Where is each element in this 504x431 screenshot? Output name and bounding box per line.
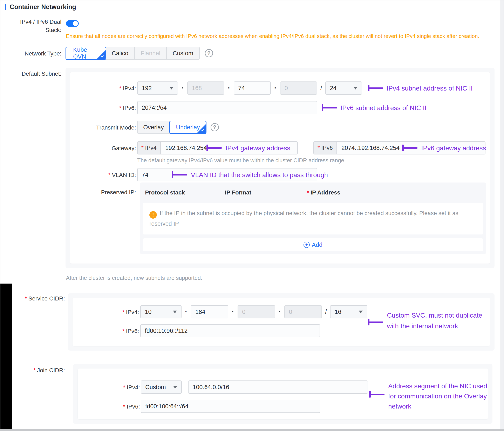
section-accent-bar [5, 4, 6, 10]
network-type-tabs: Kube-OVN Calico Flannel Custom [65, 47, 200, 60]
service-ipv6-row: fd00:10:96::/112 [140, 324, 320, 337]
tab-custom[interactable]: Custom [167, 47, 200, 60]
join-ipv6-value: fd00:100:64::/64 [145, 403, 189, 410]
tab-kube-ovn-label: Kube-OVN [73, 47, 99, 60]
tab-flannel: Flannel [135, 47, 167, 60]
vlan-annotation: VLAN ID that the switch allows to pass t… [191, 170, 328, 180]
service-cidr-annotation: Custom SVC, must not duplicate with the … [387, 310, 482, 331]
join-ipv4-row: Custom 100.64.0.0/16 [141, 381, 368, 394]
preserved-ip-table: Protocol stack IP Format IP Address If t… [140, 182, 486, 254]
col-ip-format: IP Format [225, 189, 307, 196]
annotation-marker [207, 145, 222, 151]
octet-dot [271, 84, 280, 92]
join-ipv4-mode-value: Custom [145, 384, 166, 391]
warning-icon [149, 211, 157, 219]
subnet-ipv4-octet3-input[interactable]: 74 [234, 82, 271, 95]
octet2-value: 168 [192, 85, 202, 92]
join-ipv6-row: fd00:100:64::/64 [141, 400, 320, 413]
preserved-ip-warning-text: If the IP in the subnet is occupied by t… [149, 210, 459, 227]
gateway-ipv6-input[interactable]: 2074::192.168.74.254 [337, 142, 404, 154]
vlan-label: VLAN ID: [70, 171, 136, 179]
annotation-marker [368, 319, 383, 325]
dual-stack-toggle[interactable] [66, 20, 79, 27]
join-ipv4-value: 100.64.0.0/16 [193, 384, 229, 391]
tab-overlay[interactable]: Overlay [137, 121, 170, 134]
default-subnet-footnote: After the cluster is created, new subnet… [66, 275, 202, 281]
transmit-mode-label: Transmit Mode: [70, 123, 136, 132]
subnet-ipv6-annotation: IPv6 subnet address of NIC II [340, 103, 426, 113]
join-cidr-label: Join CIDR: [11, 366, 65, 375]
tab-calico-label: Calico [112, 50, 128, 57]
dual-stack-warning: Ensure that all nodes are correctly conf… [66, 33, 479, 39]
default-subnet-label: Default Subnet: [8, 70, 61, 78]
scrollbar-track[interactable] [501, 0, 504, 429]
cidr-slash [322, 308, 330, 315]
gateway-ipv4-annotation: IPv4 gateway address [225, 143, 290, 153]
annotation-marker [368, 85, 383, 91]
service-ipv4-octets: 10 184 0 0 16 [140, 305, 367, 319]
octet1-value: 10 [145, 309, 152, 315]
tab-calico[interactable]: Calico [106, 47, 135, 60]
preserved-ip-label: Preserved IP: [70, 188, 136, 197]
subnet-ipv6-input[interactable]: 2074::/64 [137, 101, 317, 114]
subnet-ipv4-annotation: IPv4 subnet address of NIC II [387, 83, 473, 93]
prefix-value: 24 [330, 85, 336, 92]
octet4-value: 0 [285, 85, 288, 92]
transmit-mode-tabs: Overlay Underlay [137, 121, 206, 134]
transmit-mode-help-icon[interactable] [211, 123, 219, 131]
service-ipv4-prefix-select[interactable]: 16 [330, 305, 367, 319]
service-cidr-label: Service CIDR: [11, 294, 65, 303]
plus-circle-icon [304, 242, 310, 248]
col-protocol-stack: Protocol stack [145, 189, 225, 196]
subnet-ipv4-prefix-select[interactable]: 24 [325, 82, 362, 95]
dual-stack-label: IPv4 / IPv6 Dual Stack: [8, 18, 61, 34]
horizontal-scrollbar[interactable] [0, 429, 504, 431]
annotation-marker [402, 145, 417, 151]
subnet-ipv4-octet2-input: 168 [187, 82, 224, 95]
subnet-ipv4-octet1-select[interactable]: 192 [137, 82, 178, 95]
service-cidr-annotation-line1: Custom SVC, must not duplicate [387, 310, 482, 321]
subnet-ipv6-label: IPv6: [87, 104, 136, 112]
subnet-ipv4-octet4-input: 0 [280, 82, 317, 95]
service-ipv4-octet3-input: 0 [238, 305, 275, 319]
octet-dot [275, 308, 284, 316]
annotation-marker [172, 171, 187, 178]
page-title: Container Networking [10, 3, 76, 11]
redaction-bar [0, 283, 12, 430]
preserved-ip-header: Protocol stack IP Format IP Address [140, 182, 486, 203]
gateway-hint: The default gateway IPv4/IPv6 value must… [137, 157, 344, 164]
service-ipv6-input[interactable]: fd00:10:96::/112 [140, 324, 320, 337]
octet-dot [228, 308, 238, 316]
gateway-label: Gateway: [70, 144, 136, 152]
subnet-ipv4-label: IPv4: [87, 84, 136, 93]
gateway-ipv4-input[interactable]: 192.168.74.254 [161, 142, 211, 154]
join-ipv6-label: IPv6: [90, 403, 140, 411]
subnet-ipv4-octets: 192 168 74 0 24 [137, 82, 362, 95]
octet-dot [181, 308, 191, 316]
octet3-value: 74 [238, 85, 245, 92]
tab-kube-ovn[interactable]: Kube-OVN [65, 47, 106, 60]
join-ipv4-mode-select[interactable]: Custom [141, 381, 182, 394]
tab-flannel-label: Flannel [141, 50, 160, 57]
tab-underlay[interactable]: Underlay [169, 121, 207, 134]
subnet-ipv6-value: 2074::/64 [142, 104, 167, 111]
tab-overlay-label: Overlay [143, 124, 164, 131]
add-preserved-ip-button[interactable]: Add [143, 238, 483, 251]
service-ipv6-label: IPv6: [90, 327, 139, 335]
gateway-ipv4-addon: IPv4 [138, 142, 161, 154]
join-ipv4-input[interactable]: 100.64.0.0/16 [188, 381, 368, 394]
octet-dot [224, 84, 234, 92]
preserved-ip-empty-state: If the IP in the subnet is occupied by t… [143, 203, 483, 234]
join-ipv4-label: IPv4: [90, 383, 140, 392]
container-networking-form: Container Networking IPv4 / IPv6 Dual St… [0, 0, 504, 431]
add-button-label: Add [312, 242, 323, 248]
service-ipv4-octet1-select[interactable]: 10 [140, 305, 181, 319]
octet3-value: 0 [242, 309, 245, 315]
cidr-slash [317, 84, 325, 92]
network-type-help-icon[interactable] [205, 49, 213, 57]
service-cidr-annotation-line2: with the internal network [387, 321, 482, 331]
octet1-value: 192 [142, 85, 152, 92]
service-ipv4-octet2-input[interactable]: 184 [191, 305, 228, 319]
join-cidr-annotation-line1: Address segment of the NIC used [388, 381, 487, 391]
join-ipv6-input[interactable]: fd00:100:64::/64 [141, 400, 320, 413]
